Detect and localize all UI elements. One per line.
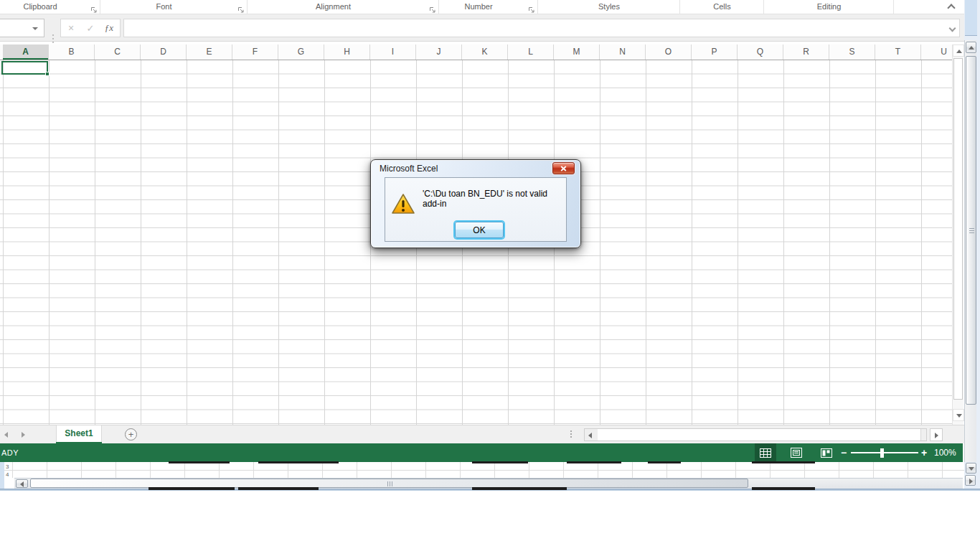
page-layout-icon xyxy=(791,448,802,458)
column-header[interactable]: Q xyxy=(738,44,783,60)
horizontal-scrollbar[interactable] xyxy=(584,428,927,441)
column-header-row: A B C D E F G H I J K L M N O P Q R S T … xyxy=(0,44,952,60)
dialog-close-button[interactable] xyxy=(552,162,575,174)
dialog-microsoft-excel: Microsoft Excel xyxy=(370,159,581,248)
background-window-frame xyxy=(0,462,4,491)
scroll-right-button[interactable] xyxy=(930,428,943,441)
new-sheet-button[interactable]: + xyxy=(125,428,137,441)
column-header[interactable]: S xyxy=(829,44,875,60)
formula-bar-separator-dots xyxy=(52,38,54,39)
column-header[interactable]: K xyxy=(462,44,508,60)
view-page-layout-button[interactable] xyxy=(786,443,807,462)
column-header[interactable]: I xyxy=(370,44,416,60)
background-scroll-left-button[interactable] xyxy=(16,479,28,488)
column-header[interactable]: C xyxy=(95,44,141,60)
view-page-break-button[interactable] xyxy=(816,443,837,462)
formula-input[interactable] xyxy=(123,19,960,37)
warning-icon xyxy=(391,193,415,218)
ribbon-group-label: Font xyxy=(100,2,227,11)
window-fragment xyxy=(567,461,621,463)
thumb-grip xyxy=(969,230,974,231)
window-fragment xyxy=(752,461,815,463)
background-horizontal-scrollbar-thumb[interactable] xyxy=(30,479,748,488)
next-sheet-icon[interactable] xyxy=(22,432,25,438)
column-header[interactable]: H xyxy=(324,44,370,60)
background-scroll-up-button[interactable] xyxy=(966,42,976,53)
background-gridline xyxy=(0,470,964,471)
status-bar: ADY − + 100% xyxy=(0,443,963,462)
collapse-ribbon-icon[interactable] xyxy=(947,4,955,11)
dialog-launcher-icon[interactable] xyxy=(429,4,436,11)
column-header[interactable]: U xyxy=(921,44,952,60)
background-vertical-scrollbar-thumb[interactable] xyxy=(966,56,976,405)
column-header[interactable]: O xyxy=(646,44,692,60)
dialog-launcher-icon[interactable] xyxy=(90,4,98,11)
ribbon-group-label: Styles xyxy=(538,2,680,11)
window-fragment xyxy=(238,487,319,490)
zoom-in-button[interactable]: + xyxy=(921,447,927,458)
ribbon-group-label: Cells xyxy=(680,2,764,11)
dialog-launcher-icon[interactable] xyxy=(528,4,535,11)
normal-view-icon xyxy=(760,448,771,458)
enter-icon[interactable]: ✓ xyxy=(81,23,100,34)
column-header[interactable]: D xyxy=(141,44,187,60)
ribbon-group-font: Font xyxy=(100,0,248,14)
zoom-slider-handle[interactable] xyxy=(880,448,884,458)
column-header[interactable]: F xyxy=(232,44,278,60)
scroll-up-button[interactable] xyxy=(953,44,964,57)
background-scroll-down-button[interactable] xyxy=(966,463,976,474)
scroll-left-icon[interactable] xyxy=(588,433,592,438)
horizontal-scrollbar-thumb[interactable] xyxy=(598,429,921,441)
zoom-out-button[interactable]: − xyxy=(841,447,847,458)
column-header[interactable]: L xyxy=(508,44,554,60)
insert-function-icon[interactable]: ƒx xyxy=(100,22,118,34)
column-header[interactable]: G xyxy=(278,44,324,60)
name-box[interactable] xyxy=(0,19,44,37)
zoom-slider-track[interactable] xyxy=(851,452,918,453)
window-fragment xyxy=(648,461,681,463)
column-header[interactable]: B xyxy=(49,44,95,60)
column-header[interactable]: P xyxy=(692,44,738,60)
view-normal-button[interactable] xyxy=(755,443,776,462)
sheet-tab-label: Sheet1 xyxy=(65,428,93,438)
sheet-tab-sheet1[interactable]: Sheet1 xyxy=(56,425,102,443)
down-arrow-icon xyxy=(956,414,962,418)
column-header[interactable]: E xyxy=(187,44,232,60)
cancel-icon[interactable]: × xyxy=(61,22,81,34)
column-header[interactable]: N xyxy=(600,44,646,60)
vertical-scrollbar[interactable] xyxy=(952,44,963,425)
right-arrow-icon xyxy=(935,433,938,438)
column-header[interactable]: M xyxy=(554,44,600,60)
column-header[interactable]: R xyxy=(783,44,829,60)
column-header[interactable]: A xyxy=(3,44,49,60)
ribbon-group-number: Number xyxy=(439,0,538,14)
zoom-level[interactable]: 100% xyxy=(934,448,963,458)
vertical-scrollbar-thumb[interactable] xyxy=(953,58,963,400)
background-window-bottom: 3 4 xyxy=(0,462,964,491)
screen: Clipboard Font Alignment Number xyxy=(0,0,980,551)
ribbon-group-cells: Cells xyxy=(680,0,764,14)
window-fragment xyxy=(752,487,815,490)
status-mode-text: ADY xyxy=(1,448,19,457)
background-grid-rows: 3 4 xyxy=(0,462,964,478)
name-box-dropdown-icon[interactable] xyxy=(32,27,38,30)
dialog-launcher-icon[interactable] xyxy=(237,4,245,11)
fill-handle[interactable] xyxy=(45,72,50,76)
right-arrow-icon xyxy=(969,479,973,484)
previous-sheet-icon[interactable] xyxy=(4,432,8,438)
background-vertical-scrollbar[interactable] xyxy=(964,40,976,462)
column-header[interactable]: T xyxy=(875,44,921,60)
background-window-frame xyxy=(965,0,977,36)
window-fragment xyxy=(149,487,235,490)
ok-button[interactable]: OK xyxy=(455,222,504,238)
background-scroll-right-button[interactable] xyxy=(965,475,976,486)
close-icon xyxy=(560,166,567,171)
scroll-down-button[interactable] xyxy=(953,409,964,421)
row-number: 3 xyxy=(6,463,13,470)
window-fragment xyxy=(258,461,339,463)
column-header[interactable]: J xyxy=(416,44,462,60)
row-number: 4 xyxy=(6,471,13,478)
window-fragment xyxy=(169,461,230,463)
tab-strip-resize-handle[interactable] xyxy=(570,433,572,435)
window-fragment xyxy=(472,461,528,463)
